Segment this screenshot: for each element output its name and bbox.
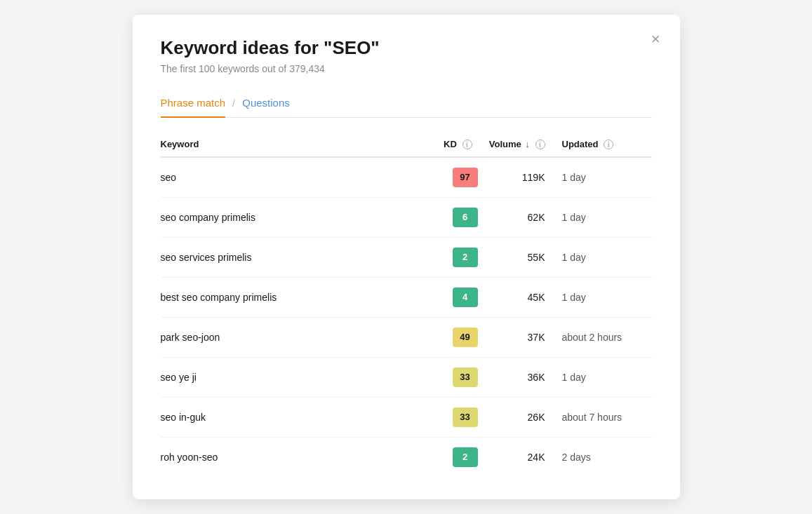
table-row: best seo company primelis445K1 day bbox=[161, 278, 652, 318]
table-row: seo ye ji3336K1 day bbox=[161, 358, 652, 398]
volume-info-icon[interactable]: i bbox=[535, 140, 545, 149]
col-header-volume: Volume ↓ i bbox=[484, 132, 554, 158]
kd-badge: 97 bbox=[453, 168, 478, 187]
modal-title: Keyword ideas for "SEO" bbox=[161, 37, 652, 59]
volume-cell: 26K bbox=[484, 398, 554, 438]
kd-badge: 2 bbox=[453, 248, 478, 267]
kd-badge: 2 bbox=[453, 447, 478, 467]
updated-info-icon[interactable]: i bbox=[604, 140, 613, 149]
tab-separator: / bbox=[225, 97, 242, 117]
kd-cell: 2 bbox=[427, 438, 484, 478]
updated-cell: about 2 hours bbox=[554, 318, 652, 358]
volume-cell: 119K bbox=[484, 157, 554, 198]
kd-cell: 49 bbox=[427, 318, 484, 358]
volume-cell: 36K bbox=[484, 358, 554, 398]
updated-cell: 1 day bbox=[554, 157, 652, 198]
table-row: roh yoon-seo224K2 days bbox=[161, 438, 652, 478]
kd-badge: 33 bbox=[453, 407, 478, 427]
keyword-cell: park seo-joon bbox=[161, 318, 427, 358]
updated-cell: 1 day bbox=[554, 238, 652, 278]
close-button[interactable]: × bbox=[648, 29, 663, 50]
updated-cell: 2 days bbox=[554, 438, 652, 478]
keyword-cell: seo ye ji bbox=[161, 358, 427, 398]
keyword-ideas-modal: × Keyword ideas for "SEO" The first 100 … bbox=[133, 15, 680, 500]
tab-phrase-match[interactable]: Phrase match bbox=[161, 91, 226, 117]
volume-cell: 24K bbox=[484, 438, 554, 478]
table-row: seo company primelis662K1 day bbox=[161, 198, 652, 238]
kd-cell: 33 bbox=[427, 398, 484, 438]
table-row: park seo-joon4937Kabout 2 hours bbox=[161, 318, 652, 358]
col-header-kd: KD i bbox=[427, 132, 484, 158]
kd-cell: 2 bbox=[427, 238, 484, 278]
table-row: seo in-guk3326Kabout 7 hours bbox=[161, 398, 652, 438]
keyword-cell: seo services primelis bbox=[161, 238, 427, 278]
volume-cell: 55K bbox=[484, 238, 554, 278]
kd-badge: 4 bbox=[453, 288, 478, 307]
table-row: seo services primelis255K1 day bbox=[161, 238, 652, 278]
keywords-table: Keyword KD i Volume ↓ i Updated i seo971… bbox=[161, 132, 652, 478]
tab-bar: Phrase match / Questions bbox=[161, 91, 652, 118]
keyword-cell: seo in-guk bbox=[161, 398, 427, 438]
table-row: seo97119K1 day bbox=[161, 157, 652, 198]
updated-cell: about 7 hours bbox=[554, 398, 652, 438]
keyword-cell: roh yoon-seo bbox=[161, 438, 427, 478]
kd-info-icon[interactable]: i bbox=[462, 140, 472, 149]
keyword-cell: seo company primelis bbox=[161, 198, 427, 238]
updated-cell: 1 day bbox=[554, 358, 652, 398]
kd-cell: 4 bbox=[427, 278, 484, 318]
tab-questions[interactable]: Questions bbox=[242, 91, 290, 117]
keyword-cell: best seo company primelis bbox=[161, 278, 427, 318]
volume-cell: 37K bbox=[484, 318, 554, 358]
volume-cell: 62K bbox=[484, 198, 554, 238]
kd-badge: 33 bbox=[453, 367, 478, 387]
kd-badge: 49 bbox=[453, 327, 478, 347]
kd-cell: 33 bbox=[427, 358, 484, 398]
col-header-updated: Updated i bbox=[554, 132, 652, 158]
updated-cell: 1 day bbox=[554, 278, 652, 318]
col-header-keyword: Keyword bbox=[161, 132, 427, 158]
volume-cell: 45K bbox=[484, 278, 554, 318]
updated-cell: 1 day bbox=[554, 198, 652, 238]
kd-cell: 6 bbox=[427, 198, 484, 238]
table-header-row: Keyword KD i Volume ↓ i Updated i bbox=[161, 132, 652, 158]
kd-cell: 97 bbox=[427, 157, 484, 198]
volume-sort-icon[interactable]: ↓ bbox=[525, 139, 530, 149]
modal-subtitle: The first 100 keywords out of 379,434 bbox=[161, 63, 652, 74]
kd-badge: 6 bbox=[453, 208, 478, 227]
keyword-cell: seo bbox=[161, 157, 427, 198]
